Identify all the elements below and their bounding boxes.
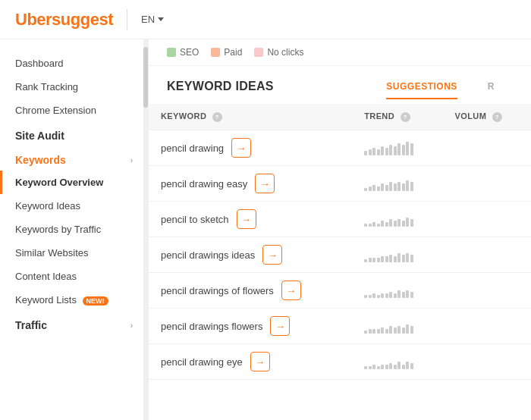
trend-bar — [394, 146, 397, 155]
trend-bars — [364, 354, 430, 369]
volume-help-icon[interactable]: ? — [492, 112, 502, 122]
trend-bars — [364, 176, 430, 191]
keyword-text: pencil drawings flowers — [161, 321, 262, 332]
arrow-button[interactable]: → — [281, 281, 301, 300]
sidebar-section-traffic[interactable]: Traffic › — [0, 312, 148, 336]
lang-label: EN — [141, 14, 155, 25]
trend-bar — [372, 222, 375, 227]
sidebar-item-rank-tracking[interactable]: Rank Tracking — [0, 75, 148, 99]
keyword-text: pencil drawings ideas — [161, 249, 255, 261]
new-badge: NEW! — [83, 296, 108, 306]
trend-bar — [364, 151, 367, 155]
trend-bar — [385, 148, 388, 155]
trend-bar — [389, 219, 392, 227]
scrollbar[interactable] — [143, 39, 148, 420]
table-container: KEYWORD ? TREND ? VOLUM ? pencil dra — [149, 104, 531, 420]
trend-bar — [397, 290, 401, 298]
sidebar-item-keyword-lists[interactable]: Keyword Lists NEW! — [0, 288, 148, 312]
trend-bar — [402, 255, 405, 262]
trend-bars — [364, 140, 430, 155]
volume-cell — [443, 309, 532, 344]
sidebar-item-similar-websites[interactable]: Similar Websites — [0, 241, 148, 265]
trend-cell — [352, 130, 442, 166]
trend-bar — [372, 293, 375, 298]
paid-dot — [211, 48, 220, 57]
chevron-right-icon: › — [130, 156, 133, 165]
table-row: pencil drawings flowers → — [149, 309, 531, 344]
sidebar: Dashboard Rank Tracking Chrome Extension… — [0, 39, 149, 420]
trend-bar — [389, 182, 392, 191]
trend-bar — [389, 292, 392, 298]
main-layout: Dashboard Rank Tracking Chrome Extension… — [0, 39, 531, 420]
table-row: pencil to sketch → — [149, 202, 531, 237]
keyword-text: pencil drawings of flowers — [161, 285, 274, 296]
trend-bar — [377, 186, 380, 191]
table-row: pencil drawing → — [149, 130, 531, 166]
volume-cell — [443, 273, 532, 309]
sidebar-item-keyword-overview[interactable]: Keyword Overview — [0, 171, 148, 194]
chevron-down-icon — [158, 17, 164, 21]
trend-cell — [352, 344, 442, 380]
trend-bar — [369, 366, 372, 369]
trend-bar — [364, 224, 367, 227]
keyword-cell: pencil to sketch → — [149, 202, 352, 237]
col-trend: TREND ? — [352, 104, 442, 130]
trend-bar — [389, 326, 392, 334]
sidebar-item-dashboard[interactable]: Dashboard — [0, 52, 148, 75]
keyword-cell: pencil drawings flowers → — [149, 309, 352, 344]
volume-cell — [443, 237, 532, 273]
trend-bar — [381, 221, 384, 227]
trend-bar — [402, 145, 405, 155]
tab-r[interactable]: R — [488, 75, 495, 99]
trend-help-icon[interactable]: ? — [401, 112, 410, 122]
trend-bar — [402, 221, 405, 227]
arrow-button[interactable]: → — [231, 138, 251, 158]
traffic-label: Traffic — [15, 319, 47, 331]
trend-bars — [364, 318, 430, 334]
sidebar-item-keywords-by-traffic[interactable]: Keywords by Traffic — [0, 218, 148, 241]
sidebar-section-site-audit[interactable]: Site Audit — [0, 122, 148, 146]
arrow-button[interactable]: → — [237, 209, 256, 229]
arrow-button[interactable]: → — [262, 245, 282, 265]
trend-bar — [410, 219, 413, 227]
keywords-label: Keywords — [15, 154, 66, 166]
trend-bar — [402, 328, 405, 334]
trend-bar — [381, 146, 384, 155]
keyword-text: pencil drawing easy — [161, 178, 247, 190]
arrow-button[interactable]: → — [270, 316, 290, 336]
app-logo[interactable]: Ubersuggest — [15, 10, 113, 30]
sidebar-section-keywords[interactable]: Keywords › — [0, 146, 148, 171]
arrow-button[interactable]: → — [250, 352, 270, 371]
lang-selector[interactable]: EN — [141, 14, 164, 25]
legend-bar: SEO Paid No clicks — [149, 39, 531, 66]
tab-suggestions[interactable]: SUGGESTIONS — [386, 75, 457, 99]
sidebar-item-keyword-ideas[interactable]: Keyword Ideas — [0, 194, 148, 218]
table-row: pencil drawing easy → — [149, 166, 531, 202]
trend-bar — [397, 326, 401, 334]
trend-bar — [389, 363, 392, 369]
trend-bar — [402, 183, 405, 191]
trend-bar — [394, 293, 397, 298]
trend-bar — [410, 143, 413, 155]
table-row: pencil drawing eye → — [149, 344, 531, 380]
trend-bar — [410, 255, 413, 262]
trend-cell — [352, 273, 442, 309]
sidebar-item-content-ideas[interactable]: Content Ideas — [0, 265, 148, 288]
trend-bar — [372, 148, 375, 155]
trend-bar — [381, 256, 384, 262]
trend-bars — [364, 247, 430, 262]
trend-bars — [364, 283, 430, 298]
trend-bar — [406, 253, 409, 262]
sidebar-item-chrome-extension[interactable]: Chrome Extension — [0, 99, 148, 122]
keyword-help-icon[interactable]: ? — [212, 112, 222, 122]
header-divider — [127, 9, 127, 30]
trend-bar — [385, 185, 388, 191]
table-header: KEYWORD ? TREND ? VOLUM ? — [149, 104, 531, 130]
trend-bar — [381, 293, 384, 298]
arrow-button[interactable]: → — [255, 174, 275, 193]
trend-cell — [352, 202, 442, 237]
keyword-cell: pencil drawing eye → — [149, 344, 352, 380]
trend-bar — [385, 329, 388, 334]
trend-bar — [397, 182, 401, 191]
trend-bar — [410, 292, 413, 298]
